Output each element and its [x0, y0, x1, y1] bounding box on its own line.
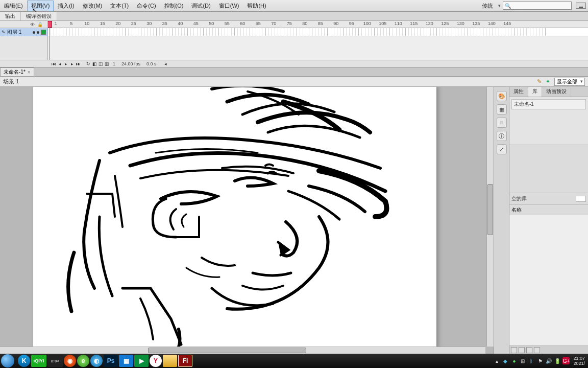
library-document-name[interactable]: 未命名-1	[511, 99, 586, 109]
frames-row[interactable]	[48, 28, 588, 36]
compiler-errors-tab[interactable]: 编译器错误	[21, 12, 57, 20]
ruler-tick[interactable]: 130	[453, 21, 469, 28]
onion-skin-button[interactable]: ◧	[92, 61, 97, 66]
layer-row[interactable]: ✎ 图层 1	[0, 28, 47, 36]
ruler-tick[interactable]: 5	[64, 21, 80, 28]
tray-bt-icon[interactable]: ᛒ	[528, 357, 535, 364]
ruler-tick[interactable]: 120	[422, 21, 437, 28]
horizontal-scrollbar[interactable]	[0, 347, 485, 354]
play-button[interactable]: ▸	[63, 61, 68, 66]
tray-network-icon[interactable]: ⊞	[519, 357, 526, 364]
ruler-tick[interactable]: 85	[313, 21, 329, 28]
taskbar-app-iqiyi[interactable]: iQIYI	[31, 355, 46, 367]
help-search[interactable]: 🔍	[503, 2, 572, 10]
tray-app-icon[interactable]: ●	[510, 357, 518, 364]
output-tab[interactable]: 输出	[0, 12, 21, 20]
tray-volume-icon[interactable]: 🔊	[545, 357, 552, 364]
zoom-dropdown[interactable]: 显示全部	[554, 78, 585, 86]
first-frame-button[interactable]: ⏮	[51, 61, 56, 66]
taskbar-app-fl[interactable]: Fl	[178, 355, 192, 367]
layer-visibility-dot[interactable]	[33, 31, 35, 34]
menu-edit[interactable]: 编辑(E)	[0, 1, 27, 11]
menu-modify[interactable]: 修改(M)	[79, 1, 107, 11]
document-tab[interactable]: 未命名-1* ×	[0, 67, 34, 76]
taskbar-app-ps[interactable]: Ps	[104, 355, 118, 367]
ruler-tick[interactable]: 45	[188, 21, 204, 28]
v-scroll-thumb[interactable]	[487, 184, 493, 235]
minimize-button[interactable]	[576, 3, 586, 9]
properties-button[interactable]	[526, 347, 532, 353]
ruler-tick[interactable]: 115	[406, 21, 422, 28]
ruler-tick[interactable]: 80	[297, 21, 313, 28]
info-panel-icon[interactable]: ⓘ	[497, 131, 507, 141]
timeline-ruler[interactable]: 1510152025303540455055606570758085909510…	[48, 21, 588, 28]
taskbar-clock[interactable]: 21:07 2021/	[571, 356, 585, 366]
ruler-tick[interactable]: 135	[469, 21, 484, 28]
ruler-tick[interactable]: 15	[95, 21, 111, 28]
ruler-tick[interactable]: 40	[173, 21, 188, 28]
edit-multiple-button[interactable]: ▥	[104, 61, 109, 66]
scroll-left-button[interactable]: ◂	[163, 61, 168, 66]
frame-cell[interactable]	[543, 28, 546, 36]
library-name-header[interactable]: 名称	[509, 204, 588, 215]
workspace-switcher[interactable]: 传统	[479, 2, 496, 10]
delete-button[interactable]	[534, 347, 540, 353]
taskbar-app-tiles[interactable]: ▦	[119, 355, 133, 367]
new-symbol-button[interactable]	[511, 347, 517, 353]
color-panel-icon[interactable]: 🎨	[497, 91, 507, 101]
taskbar-app-green[interactable]: e	[77, 355, 89, 367]
layer-color-swatch[interactable]	[41, 30, 46, 35]
motion-presets-tab[interactable]: 动画预设	[542, 87, 571, 97]
tray-up-icon[interactable]: ▴	[493, 357, 500, 364]
menu-debug[interactable]: 调试(D)	[187, 1, 214, 11]
ruler-tick[interactable]: 30	[141, 21, 157, 28]
library-tab[interactable]: 库	[528, 87, 542, 97]
eye-icon[interactable]: 👁	[30, 22, 35, 27]
tray-battery-icon[interactable]: 🔋	[554, 357, 561, 364]
last-frame-button[interactable]: ⏭	[76, 61, 81, 66]
ruler-tick[interactable]: 140	[484, 21, 500, 28]
next-frame-button[interactable]: ▸	[69, 61, 75, 66]
menu-view[interactable]: 视图(V)	[27, 1, 54, 11]
ruler-tick[interactable]: 60	[235, 21, 251, 28]
menu-commands[interactable]: 命令(C)	[133, 1, 160, 11]
ruler-tick[interactable]: 75	[282, 21, 298, 28]
ruler-tick[interactable]: 50	[204, 21, 219, 28]
ruler-tick[interactable]: 110	[390, 21, 406, 28]
start-button[interactable]	[1, 354, 14, 367]
ruler-tick[interactable]: 95	[344, 21, 360, 28]
taskbar-app-y[interactable]: Y	[150, 355, 162, 367]
menu-insert[interactable]: 插入(I)	[54, 1, 78, 11]
properties-tab[interactable]: 属性	[509, 87, 528, 97]
taskbar-app-bluec[interactable]: ◐	[90, 355, 103, 367]
taskbar-app-red[interactable]: ◉	[64, 355, 76, 367]
h-scroll-thumb[interactable]	[148, 348, 306, 353]
ruler-tick[interactable]: 10	[79, 21, 95, 28]
ruler-tick[interactable]: 55	[219, 21, 235, 28]
align-panel-icon[interactable]: ≡	[497, 118, 507, 128]
taskbar-app-k[interactable]: K	[18, 355, 30, 367]
menu-window[interactable]: 窗口(W)	[215, 1, 243, 11]
new-folder-button[interactable]	[519, 347, 525, 353]
vertical-scrollbar[interactable]	[486, 87, 494, 347]
help-search-input[interactable]	[512, 3, 568, 9]
stage[interactable]	[33, 87, 436, 354]
library-search-input[interactable]	[576, 196, 586, 202]
taskbar-app-oc[interactable]: 8:0<	[47, 355, 63, 367]
taskbar-app-play[interactable]: ▶	[134, 355, 149, 367]
close-icon[interactable]: ×	[28, 70, 31, 75]
ruler-tick[interactable]: 25	[126, 21, 142, 28]
ruler-tick[interactable]: 90	[328, 21, 344, 28]
tray-red-icon[interactable]: G+	[562, 357, 570, 364]
transform-panel-icon[interactable]: ⤢	[497, 144, 507, 154]
scene-name[interactable]: 场景 1	[3, 78, 19, 85]
ruler-tick[interactable]: 20	[110, 21, 126, 28]
edit-scene-icon[interactable]: ✎	[537, 78, 542, 85]
taskbar-app-folder[interactable]	[163, 355, 177, 367]
menu-text[interactable]: 文本(T)	[106, 1, 133, 11]
menu-control[interactable]: 控制(O)	[160, 1, 188, 11]
canvas-area[interactable]	[0, 87, 494, 354]
edit-symbols-icon[interactable]: ✦	[546, 78, 550, 85]
ruler-tick[interactable]: 125	[437, 21, 453, 28]
prev-frame-button[interactable]: ◂	[57, 61, 62, 66]
